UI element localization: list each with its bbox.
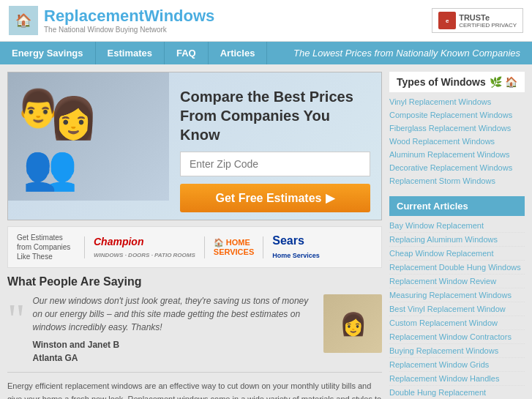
nav-tagline: The Lowest Prices from Nationally Known … <box>267 48 532 59</box>
champion-logo: ChampionWINDOWS · DOORS · PATIO ROOMS <box>94 236 195 259</box>
logo-main-text: Replacement <box>44 7 144 25</box>
hero-heading-line2: From Companies You Know <box>180 106 370 144</box>
truste-sub: CERTIFIED PRIVACY <box>459 22 517 29</box>
sidebar-link-decorative[interactable]: Decorative Replacement Windows <box>389 161 525 174</box>
body-text: Energy efficient replacement windows are… <box>7 380 382 399</box>
logo-subtitle: The National Window Buying Network <box>44 26 214 34</box>
hero-section: 👨 👩 Compare the Best Prices From Compani… <box>7 72 382 220</box>
logos-bar: Get Estimates from Companies Like These … <box>7 226 382 268</box>
nav-estimates[interactable]: Estimates <box>96 42 165 64</box>
article-bay-window[interactable]: Bay Window Replacement <box>389 219 525 233</box>
article-replacing-aluminum[interactable]: Replacing Aluminum Windows <box>389 233 525 247</box>
leaf-icon: 🌿 <box>490 76 502 88</box>
testimonial-text: Our new windows don't just look great, t… <box>33 294 317 365</box>
nav-energy-savings[interactable]: Energy Savings <box>0 42 96 64</box>
hero-heading-line1: Compare the Best Prices <box>180 87 370 106</box>
sidebar-types-section: Types of Windows 🌿 🏠 Vinyl Replacement W… <box>389 72 525 187</box>
zip-input[interactable] <box>180 152 370 176</box>
testimonial-heading: What People Are Saying <box>7 275 382 288</box>
divider2 <box>204 236 205 258</box>
logo-main: ReplacementWindows <box>44 7 214 26</box>
testimonial-block: " Our new windows don't just look great,… <box>7 294 382 373</box>
sidebar-articles-header: Current Articles <box>389 196 525 216</box>
article-best-vinyl[interactable]: Best Vinyl Replacement Window <box>389 302 525 316</box>
sidebar-link-vinyl[interactable]: Vinyl Replacement Windows <box>389 95 525 108</box>
article-handles[interactable]: Replacement Window Handles <box>389 372 525 386</box>
sidebar-link-wood[interactable]: Wood Replacement Windows <box>389 135 525 148</box>
hero-text-area: Compare the Best Prices From Companies Y… <box>169 72 381 220</box>
sidebar-link-composite[interactable]: Composite Replacement Windows <box>389 108 525 122</box>
truste-text: TRUSTe CERTIFIED PRIVACY <box>459 13 517 29</box>
sidebar-link-storm[interactable]: Replacement Storm Windows <box>389 174 525 187</box>
home-depot-logo: 🏠 HOMESERVICES <box>214 238 254 256</box>
article-double-hung-replacement[interactable]: Double Hung Replacement <box>389 386 525 399</box>
cta-button[interactable]: Get Free Estimates <box>180 184 370 212</box>
hero-heading: Compare the Best Prices From Companies Y… <box>180 87 370 144</box>
article-review[interactable]: Replacement Window Review <box>389 275 525 288</box>
content-area: 👨 👩 Compare the Best Prices From Compani… <box>7 72 382 399</box>
nav: Energy Savings Estimates FAQ Articles Th… <box>0 42 532 64</box>
testimonial-photo: 👩 <box>323 294 382 353</box>
sidebar-articles-section: Current Articles Bay Window Replacement … <box>389 196 525 399</box>
article-contractors[interactable]: Replacement Window Contractors <box>389 330 525 344</box>
article-measuring[interactable]: Measuring Replacement Windows <box>389 288 525 302</box>
testimonial-quote: Our new windows don't just look great, t… <box>33 296 309 332</box>
main-layout: 👨 👩 Compare the Best Prices From Compani… <box>0 64 532 399</box>
article-custom[interactable]: Custom Replacement Window <box>389 316 525 330</box>
article-double-hung[interactable]: Replacement Double Hung Windows <box>389 261 525 275</box>
logo-icon: 🏠 <box>9 6 38 35</box>
sidebar-link-aluminum[interactable]: Aluminum Replacement Windows <box>389 148 525 161</box>
nav-faq[interactable]: FAQ <box>165 42 209 64</box>
nav-articles[interactable]: Articles <box>209 42 268 64</box>
truste-icon: e <box>438 12 456 29</box>
logos-label: Get Estimates from Companies Like These <box>17 233 75 261</box>
sidebar-types-header: Types of Windows 🌿 🏠 <box>389 72 525 92</box>
quote-mark: " <box>7 302 26 365</box>
divider <box>84 236 85 258</box>
sears-logo: SearsHome Services <box>272 234 320 261</box>
truste-badge: e TRUSTe CERTIFIED PRIVACY <box>432 8 523 33</box>
article-cheap-window[interactable]: Cheap Window Replacement <box>389 247 525 261</box>
logo-text-area: ReplacementWindows The National Window B… <box>44 7 214 34</box>
sidebar-types-icons: 🌿 🏠 <box>490 76 517 88</box>
article-grids[interactable]: Replacement Window Grids <box>389 358 525 372</box>
logo-accent-text: Windows <box>144 7 214 25</box>
testimonial-author: Winston and Janet B Atlanta GA <box>33 338 317 365</box>
home-icon: 🏠 <box>505 76 517 88</box>
header: 🏠 ReplacementWindows The National Window… <box>0 0 532 42</box>
sidebar-link-fiberglass[interactable]: Fiberglass Replacement Windows <box>389 122 525 135</box>
divider3 <box>263 236 263 258</box>
author-location: Atlanta GA <box>33 351 317 365</box>
author-name: Winston and Janet B <box>33 338 317 351</box>
hero-image: 👨 👩 <box>8 72 169 201</box>
logo-area: 🏠 ReplacementWindows The National Window… <box>9 6 214 35</box>
truste-label: TRUSTe <box>459 13 517 22</box>
sidebar-types-title: Types of Windows <box>397 76 486 88</box>
testimonial-section: What People Are Saying " Our new windows… <box>7 275 382 373</box>
article-buying[interactable]: Buying Replacement Windows <box>389 344 525 358</box>
sidebar: Types of Windows 🌿 🏠 Vinyl Replacement W… <box>389 72 525 399</box>
